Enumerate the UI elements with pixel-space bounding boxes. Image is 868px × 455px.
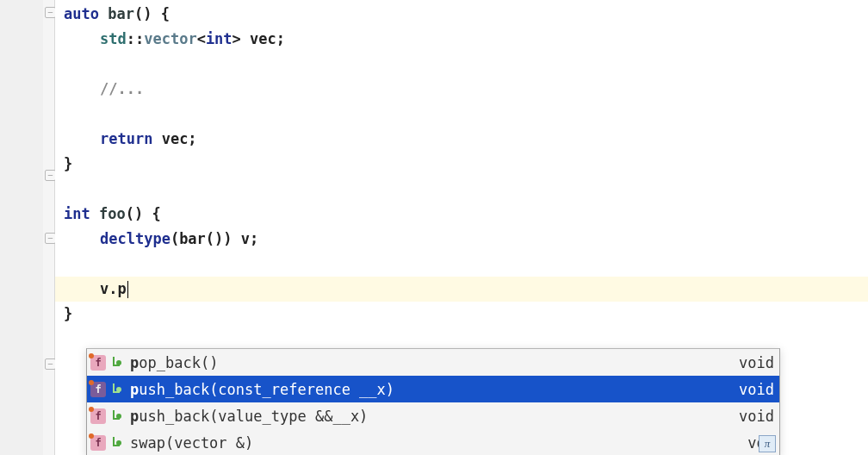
keyword: int <box>64 205 90 222</box>
visibility-icon <box>109 437 121 449</box>
code-line[interactable]: //... <box>55 77 868 102</box>
current-line[interactable]: v.p <box>55 277 868 302</box>
code-line[interactable]: } <box>55 302 868 327</box>
pi-icon[interactable]: π <box>759 435 776 452</box>
method-icon: f <box>90 382 106 397</box>
code-line[interactable] <box>55 177 868 202</box>
completion-signature: pop_back() <box>130 354 728 371</box>
completion-item[interactable]: f swap(vector &) voi <box>87 429 779 455</box>
completion-item[interactable]: f pop_back() void <box>87 349 779 376</box>
completion-signature: swap(vector &) <box>130 434 737 452</box>
method-icon: f <box>90 408 106 424</box>
completion-item-selected[interactable]: f push_back(const_reference __x) void <box>87 376 779 402</box>
function-name: foo <box>99 205 126 222</box>
type: vector <box>144 30 196 47</box>
completion-return-type: void <box>739 381 774 398</box>
caret-icon <box>127 281 128 298</box>
code-line[interactable] <box>55 102 868 127</box>
gutter: – – – – <box>0 0 55 455</box>
code-text: () { <box>134 5 170 22</box>
function-name: bar <box>108 5 134 22</box>
keyword: return <box>100 130 152 147</box>
gutter-strip <box>43 0 55 455</box>
keyword: auto <box>64 5 99 22</box>
method-icon: f <box>90 355 106 371</box>
code-text: (bar()) v; <box>170 230 258 247</box>
completion-signature: push_back(const_reference __x) <box>130 381 728 398</box>
code-text: v.p <box>100 280 127 297</box>
code-text: vec; <box>152 130 196 147</box>
completion-signature: push_back(value_type &&__x) <box>130 408 728 425</box>
code-text: > vec; <box>232 30 285 47</box>
code-text: } <box>64 305 72 322</box>
completion-item[interactable]: f push_back(value_type &&__x) void <box>87 402 779 429</box>
code-line[interactable]: decltype(bar()) v; <box>55 227 868 252</box>
visibility-icon <box>109 383 121 396</box>
completion-return-type: void <box>739 408 774 425</box>
comment: //... <box>100 80 144 97</box>
code-line[interactable]: return vec; <box>55 127 868 152</box>
operator: :: <box>127 30 144 47</box>
code-text: } <box>64 155 72 172</box>
code-line[interactable] <box>55 252 868 277</box>
completion-return-type: void <box>739 354 774 371</box>
code-line[interactable]: } <box>55 152 868 177</box>
method-icon: f <box>90 435 106 451</box>
code-line[interactable]: std::vector<int> vec; <box>55 27 868 52</box>
code-line[interactable] <box>55 52 868 77</box>
visibility-icon <box>109 357 121 369</box>
namespace: std <box>100 30 127 47</box>
code-text: () { <box>126 205 161 222</box>
keyword: int <box>206 30 232 47</box>
code-line[interactable]: int foo() { <box>55 202 868 227</box>
visibility-icon <box>109 410 121 422</box>
keyword: decltype <box>100 230 170 247</box>
completion-popup[interactable]: f pop_back() void f push_back(const_refe… <box>86 348 780 455</box>
code-line[interactable]: auto bar() { <box>55 2 868 27</box>
